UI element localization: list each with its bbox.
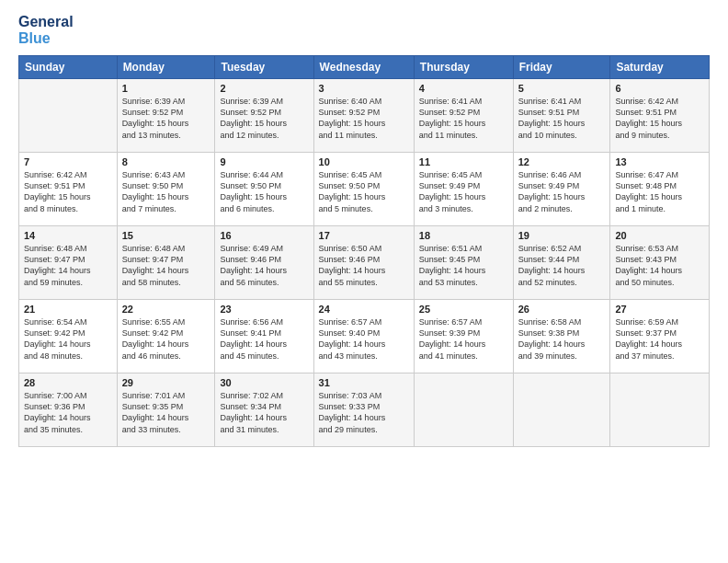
day-info: Sunrise: 6:46 AM Sunset: 9:49 PM Dayligh… — [518, 169, 606, 214]
calendar-cell: 18Sunrise: 6:51 AM Sunset: 9:45 PM Dayli… — [414, 226, 513, 300]
day-number: 24 — [319, 304, 409, 315]
calendar-cell: 26Sunrise: 6:58 AM Sunset: 9:38 PM Dayli… — [513, 300, 610, 373]
calendar-cell: 21Sunrise: 6:54 AM Sunset: 9:42 PM Dayli… — [19, 300, 118, 373]
calendar-cell: 30Sunrise: 7:02 AM Sunset: 9:34 PM Dayli… — [215, 373, 313, 447]
day-number: 4 — [419, 83, 508, 94]
day-info: Sunrise: 7:01 AM Sunset: 9:35 PM Dayligh… — [122, 390, 210, 435]
calendar-cell: 15Sunrise: 6:48 AM Sunset: 9:47 PM Dayli… — [117, 226, 215, 300]
day-info: Sunrise: 6:54 AM Sunset: 9:42 PM Dayligh… — [24, 316, 112, 362]
calendar-cell: 13Sunrise: 6:47 AM Sunset: 9:48 PM Dayli… — [610, 153, 710, 226]
day-info: Sunrise: 6:50 AM Sunset: 9:46 PM Dayligh… — [319, 243, 409, 288]
calendar-cell: 17Sunrise: 6:50 AM Sunset: 9:46 PM Dayli… — [313, 226, 414, 300]
day-info: Sunrise: 6:42 AM Sunset: 9:51 PM Dayligh… — [615, 96, 704, 141]
day-info: Sunrise: 6:58 AM Sunset: 9:38 PM Dayligh… — [518, 316, 606, 362]
calendar-cell: 20Sunrise: 6:53 AM Sunset: 9:43 PM Dayli… — [610, 226, 710, 300]
weekday-header-saturday: Saturday — [610, 56, 710, 79]
day-info: Sunrise: 6:44 AM Sunset: 9:50 PM Dayligh… — [220, 169, 308, 214]
day-info: Sunrise: 6:57 AM Sunset: 9:40 PM Dayligh… — [319, 316, 409, 362]
calendar-cell: 7Sunrise: 6:42 AM Sunset: 9:51 PM Daylig… — [19, 153, 118, 226]
day-info: Sunrise: 6:45 AM Sunset: 9:50 PM Dayligh… — [319, 169, 409, 214]
calendar-cell — [513, 373, 610, 447]
weekday-header-wednesday: Wednesday — [313, 56, 414, 79]
calendar-cell: 5Sunrise: 6:41 AM Sunset: 9:51 PM Daylig… — [513, 79, 610, 153]
day-info: Sunrise: 6:53 AM Sunset: 9:43 PM Dayligh… — [615, 243, 704, 288]
calendar-cell: 14Sunrise: 6:48 AM Sunset: 9:47 PM Dayli… — [19, 226, 118, 300]
day-info: Sunrise: 6:48 AM Sunset: 9:47 PM Dayligh… — [122, 243, 210, 288]
calendar-cell: 12Sunrise: 6:46 AM Sunset: 9:49 PM Dayli… — [513, 153, 610, 226]
calendar-cell: 28Sunrise: 7:00 AM Sunset: 9:36 PM Dayli… — [19, 373, 118, 447]
calendar-cell: 10Sunrise: 6:45 AM Sunset: 9:50 PM Dayli… — [313, 153, 414, 226]
calendar-cell: 9Sunrise: 6:44 AM Sunset: 9:50 PM Daylig… — [215, 153, 313, 226]
logo: General Blue General Blue — [18, 14, 74, 46]
day-info: Sunrise: 6:59 AM Sunset: 9:37 PM Dayligh… — [615, 316, 704, 362]
calendar-cell: 27Sunrise: 6:59 AM Sunset: 9:37 PM Dayli… — [610, 300, 710, 373]
week-row-3: 14Sunrise: 6:48 AM Sunset: 9:47 PM Dayli… — [19, 226, 710, 300]
day-number: 10 — [319, 156, 409, 167]
calendar-table: SundayMondayTuesdayWednesdayThursdayFrid… — [18, 55, 710, 447]
day-info: Sunrise: 6:45 AM Sunset: 9:49 PM Dayligh… — [419, 169, 508, 214]
day-number: 2 — [220, 83, 308, 94]
week-row-2: 7Sunrise: 6:42 AM Sunset: 9:51 PM Daylig… — [19, 153, 710, 226]
day-number: 31 — [319, 377, 409, 388]
calendar-cell: 11Sunrise: 6:45 AM Sunset: 9:49 PM Dayli… — [414, 153, 513, 226]
weekday-header-monday: Monday — [117, 56, 215, 79]
logo-general: General — [18, 14, 74, 30]
day-number: 17 — [319, 230, 409, 241]
day-number: 9 — [220, 156, 308, 167]
day-number: 26 — [518, 304, 606, 315]
calendar-cell: 24Sunrise: 6:57 AM Sunset: 9:40 PM Dayli… — [313, 300, 414, 373]
header: General Blue General Blue — [18, 14, 710, 46]
day-info: Sunrise: 7:00 AM Sunset: 9:36 PM Dayligh… — [24, 390, 112, 435]
day-info: Sunrise: 6:42 AM Sunset: 9:51 PM Dayligh… — [24, 169, 112, 214]
calendar-cell: 23Sunrise: 6:56 AM Sunset: 9:41 PM Dayli… — [215, 300, 313, 373]
day-number: 28 — [24, 377, 112, 388]
day-number: 16 — [220, 230, 308, 241]
day-info: Sunrise: 6:52 AM Sunset: 9:44 PM Dayligh… — [518, 243, 606, 288]
day-number: 29 — [122, 377, 210, 388]
day-number: 18 — [419, 230, 508, 241]
calendar-cell — [610, 373, 710, 447]
week-row-4: 21Sunrise: 6:54 AM Sunset: 9:42 PM Dayli… — [19, 300, 710, 373]
day-number: 15 — [122, 230, 210, 241]
day-number: 22 — [122, 304, 210, 315]
weekday-header-sunday: Sunday — [19, 56, 118, 79]
day-info: Sunrise: 6:56 AM Sunset: 9:41 PM Dayligh… — [220, 316, 308, 362]
calendar-cell — [414, 373, 513, 447]
day-info: Sunrise: 6:39 AM Sunset: 9:52 PM Dayligh… — [122, 96, 210, 141]
day-info: Sunrise: 6:43 AM Sunset: 9:50 PM Dayligh… — [122, 169, 210, 214]
day-number: 23 — [220, 304, 308, 315]
day-number: 21 — [24, 304, 112, 315]
weekday-header-friday: Friday — [513, 56, 610, 79]
calendar-cell: 29Sunrise: 7:01 AM Sunset: 9:35 PM Dayli… — [117, 373, 215, 447]
day-number: 11 — [419, 156, 508, 167]
day-info: Sunrise: 6:55 AM Sunset: 9:42 PM Dayligh… — [122, 316, 210, 362]
day-number: 27 — [615, 304, 704, 315]
day-info: Sunrise: 6:40 AM Sunset: 9:52 PM Dayligh… — [319, 96, 409, 141]
logo-blue: Blue — [18, 30, 74, 47]
day-number: 12 — [518, 156, 606, 167]
day-number: 19 — [518, 230, 606, 241]
day-info: Sunrise: 6:47 AM Sunset: 9:48 PM Dayligh… — [615, 169, 704, 214]
day-number: 3 — [319, 83, 409, 94]
day-info: Sunrise: 6:41 AM Sunset: 9:52 PM Dayligh… — [419, 96, 508, 141]
weekday-header-thursday: Thursday — [414, 56, 513, 79]
calendar-cell: 2Sunrise: 6:39 AM Sunset: 9:52 PM Daylig… — [215, 79, 313, 153]
day-number: 20 — [615, 230, 704, 241]
day-number: 1 — [122, 83, 210, 94]
day-info: Sunrise: 6:51 AM Sunset: 9:45 PM Dayligh… — [419, 243, 508, 288]
calendar-cell: 19Sunrise: 6:52 AM Sunset: 9:44 PM Dayli… — [513, 226, 610, 300]
day-number: 8 — [122, 156, 210, 167]
calendar-cell: 6Sunrise: 6:42 AM Sunset: 9:51 PM Daylig… — [610, 79, 710, 153]
weekday-header-row: SundayMondayTuesdayWednesdayThursdayFrid… — [19, 56, 710, 79]
calendar-cell — [19, 79, 118, 153]
day-info: Sunrise: 6:48 AM Sunset: 9:47 PM Dayligh… — [24, 243, 112, 288]
day-number: 30 — [220, 377, 308, 388]
weekday-header-tuesday: Tuesday — [215, 56, 313, 79]
calendar-cell: 22Sunrise: 6:55 AM Sunset: 9:42 PM Dayli… — [117, 300, 215, 373]
day-number: 5 — [518, 83, 606, 94]
day-info: Sunrise: 6:49 AM Sunset: 9:46 PM Dayligh… — [220, 243, 308, 288]
calendar-cell: 3Sunrise: 6:40 AM Sunset: 9:52 PM Daylig… — [313, 79, 414, 153]
day-number: 7 — [24, 156, 112, 167]
day-info: Sunrise: 7:03 AM Sunset: 9:33 PM Dayligh… — [319, 390, 409, 435]
week-row-5: 28Sunrise: 7:00 AM Sunset: 9:36 PM Dayli… — [19, 373, 710, 447]
